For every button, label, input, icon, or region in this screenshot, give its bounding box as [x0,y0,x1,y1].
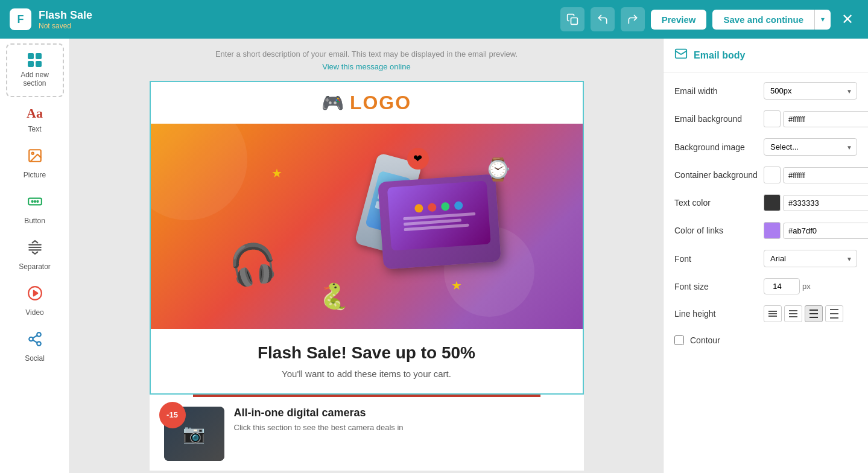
headphones-icon: 🎧 [226,237,281,290]
dot-2 [427,203,436,212]
picture-icon [27,148,43,167]
svg-point-6 [37,201,38,202]
text-color-input[interactable]: #333333 [783,195,868,211]
dot-4 [454,201,463,210]
bg-image-control: Select... [764,138,857,156]
links-color-control: #ab7df0 [764,222,868,239]
contour-checkbox[interactable] [674,335,684,345]
preview-button[interactable]: Preview [651,10,707,30]
links-color-label: Color of links [674,226,759,235]
lh-relaxed-button[interactable] [805,305,823,322]
redo-button[interactable] [621,7,645,31]
app-title: Flash Sale [39,9,553,22]
left-sidebar: Add new section Aa Text Picture Button S… [0,39,70,473]
sidebar-item-video[interactable]: Video [6,279,64,323]
logo-section[interactable]: 🎮 LOGO ★ ★ ★ [150,81,584,395]
sidebar-item-button[interactable]: Button [6,188,64,231]
svg-line-16 [33,335,37,338]
watch-icon: ⌚ [484,157,512,182]
add-section-label: Add new section [12,71,58,87]
blob-1 [151,124,247,220]
lh-spacious-button[interactable] [825,305,843,322]
logo-text: LOGO [350,92,411,114]
social-icon [27,331,43,351]
email-bg-label: Email background [674,114,759,124]
email-bg-row: Email background #ffffff [674,110,857,127]
logo-letter: F [17,13,24,26]
hero-image[interactable]: ★ ★ ★ [151,124,583,329]
undo-button[interactable] [591,7,615,31]
hint-text: Enter a short description of your email.… [215,49,518,59]
email-bg-input[interactable]: #ffffff [783,111,868,127]
product-section[interactable]: -15 📷 All-in-one digital cameras Click t… [150,397,584,471]
email-bg-control: #ffffff [764,110,868,127]
container-bg-input[interactable]: #ffffff [783,167,868,183]
links-color-swatch[interactable] [764,222,781,239]
email-bg-swatch[interactable] [764,110,781,127]
svg-rect-17 [676,49,686,59]
font-label: Font [674,254,759,264]
svg-marker-11 [33,291,37,296]
line-height-control [764,305,857,322]
container-bg-row: Container background #ffffff [674,167,857,183]
text-label: Text [28,125,41,133]
font-size-row: Font size 14 px [674,278,857,294]
save-group: Save and continue ▾ [712,10,831,30]
video-label: Video [25,308,43,317]
flash-sale-section[interactable]: Flash Sale! Save up to 50% You'll want t… [151,329,583,393]
save-button[interactable]: Save and continue [712,10,815,30]
video-icon [27,285,43,305]
contour-row: Contour [674,333,857,345]
view-online-link[interactable]: View this message online [322,62,410,71]
text-color-row: Text color #333333 [674,194,857,211]
links-color-row: Color of links #ab7df0 [674,222,857,239]
email-width-row: Email width 400px 500px 600px 700px [674,82,857,100]
lh-normal-button[interactable] [784,305,802,322]
tablet-lines [402,212,475,230]
line-height-row: Line height [674,305,857,322]
container-bg-swatch[interactable] [764,167,781,183]
sidebar-item-picture[interactable]: Picture [6,142,64,185]
links-color-input[interactable]: #ab7df0 [783,223,868,239]
button-label: Button [24,217,45,225]
star-2-icon: ★ [451,278,462,293]
star-1-icon: ★ [271,166,282,180]
save-dropdown-button[interactable]: ▾ [815,10,831,30]
dot-3 [440,202,449,211]
email-hint: Enter a short description of your email.… [215,48,518,74]
flash-sale-title: Flash Sale! Save up to 50% [170,343,563,363]
right-panel: Email body Email width 400px 500px 600px… [663,39,868,473]
text-color-swatch[interactable] [764,194,781,211]
contour-label: Contour [690,335,720,345]
logo-emoji-icon: 🎮 [322,92,344,113]
text-color-label: Text color [674,198,759,208]
line-height-options [764,305,843,322]
line-height-label: Line height [674,309,759,319]
tablet-dots [414,201,463,213]
email-width-label: Email width [674,86,759,96]
svg-point-4 [31,201,33,202]
font-size-input[interactable]: 14 [764,278,800,294]
app-logo: F [10,8,31,30]
email-width-select[interactable]: 400px 500px 600px 700px [764,82,857,100]
sidebar-item-text[interactable]: Aa Text [6,100,64,139]
add-section-icon [28,53,42,67]
font-size-control: 14 px [764,278,857,294]
svg-rect-0 [571,18,577,25]
close-button[interactable]: ✕ [837,8,858,30]
product-info: All-in-one digital cameras Click this se… [234,407,569,432]
sidebar-item-separator[interactable]: Separator [6,233,64,277]
tablet-device [378,174,501,269]
social-label: Social [25,354,45,363]
sidebar-item-add-section[interactable]: Add new section [6,43,64,97]
sidebar-item-social[interactable]: Social [6,325,64,369]
product-desc: Click this section to see the best camer… [234,423,569,432]
dot-1 [414,203,423,212]
font-select[interactable]: Arial Helvetica Georgia Verdana [764,250,857,267]
copy-button[interactable] [560,7,584,31]
picture-label: Picture [24,171,46,179]
lh-compact-button[interactable] [764,305,782,322]
bg-image-select[interactable]: Select... [764,138,857,156]
separator-label: Separator [19,262,51,271]
product-badge: -15 [159,402,186,428]
